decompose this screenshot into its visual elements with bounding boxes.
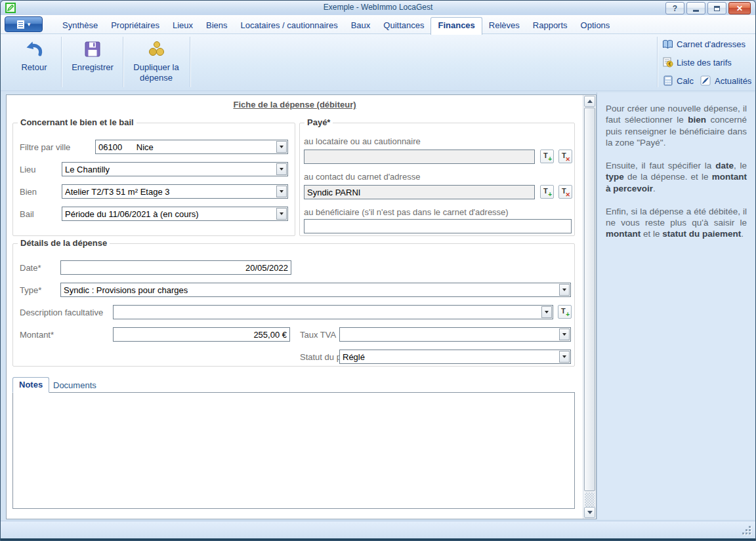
contact-field[interactable]: [304, 185, 535, 199]
dropdown-button[interactable]: [276, 141, 287, 153]
group-paye-legend: Payé*: [304, 117, 333, 127]
floppy-disk-icon: [84, 38, 101, 60]
address-book-icon: [662, 39, 673, 49]
scroll-thumb[interactable]: [584, 108, 595, 491]
dropdown-button[interactable]: [276, 208, 287, 220]
description-add-button[interactable]: T +: [558, 305, 572, 319]
retour-button[interactable]: Retour: [9, 38, 60, 73]
carnet-adresses-link[interactable]: Carnet d'adresses: [662, 39, 746, 49]
scroll-track[interactable]: [585, 492, 595, 507]
bail-value: Période du 11/06/2021 à (en cours): [65, 209, 199, 219]
actualites-link[interactable]: Actualités: [700, 75, 751, 86]
montant-field[interactable]: [113, 327, 290, 342]
type-select[interactable]: Syndic : Provisions pour charges: [60, 283, 571, 297]
chevron-down-icon: [280, 168, 284, 170]
scroll-down-button[interactable]: [584, 507, 595, 518]
actualites-label: Actualités: [715, 76, 751, 86]
filtre-ville-select[interactable]: 06100 Nice: [95, 140, 288, 154]
clear-icon: ✕: [565, 192, 570, 198]
filtre-ville-label: Filtre par ville: [20, 142, 70, 152]
toolbar-separator: [123, 37, 123, 87]
description-select[interactable]: [113, 305, 553, 319]
dupliquer-depense-button[interactable]: Dupliquer la dépense: [127, 38, 186, 84]
statut-paiement-select[interactable]: Réglé: [339, 350, 571, 364]
group-details: Détails de la dépense Date* Type* Syndic…: [12, 243, 575, 367]
tab-locataires-cautionnaires[interactable]: Locataires / cautionnaires: [234, 18, 345, 33]
close-button[interactable]: ✕: [728, 2, 751, 14]
window-bottom-edge: [1, 538, 755, 540]
liste-tarifs-link[interactable]: € Liste des tarifs: [662, 57, 732, 68]
undo-arrow-icon: [24, 38, 45, 60]
tab-options[interactable]: Options: [574, 18, 617, 33]
tab-proprietaires[interactable]: Propriétaires: [104, 18, 166, 33]
ribbon-toolbar: Retour Enregistrer: [1, 33, 755, 91]
tab-documents[interactable]: Documents: [47, 378, 102, 393]
chevron-down-icon: [545, 311, 549, 313]
contact-assign-button[interactable]: T +: [540, 185, 554, 199]
maximize-button[interactable]: [707, 2, 726, 14]
chevron-down-icon: ▾: [28, 22, 31, 28]
page-title: Fiche de la dépense (débiteur): [7, 100, 583, 110]
help-button[interactable]: ?: [665, 2, 684, 14]
price-list-icon: €: [662, 57, 673, 68]
dropdown-button[interactable]: [276, 163, 287, 175]
locataire-assign-button[interactable]: T +: [540, 150, 554, 163]
tab-lieux[interactable]: Lieux: [166, 18, 200, 33]
application-window: Exemple - WebImmo LocaGest ? ✕ ▾ Synthès…: [0, 0, 756, 541]
montant-label: Montant*: [20, 330, 54, 340]
chevron-down-icon: [280, 190, 284, 193]
calc-label: Calc: [677, 76, 694, 86]
triangle-up-icon: [587, 100, 593, 103]
locataire-clear-button[interactable]: T ✕: [558, 150, 572, 163]
dropdown-button[interactable]: [276, 186, 287, 197]
bail-select[interactable]: Période du 11/06/2021 à (en cours): [62, 207, 288, 221]
plus-icon: +: [548, 156, 552, 163]
minimize-button[interactable]: [686, 2, 705, 14]
help-paragraph-2: Ensuite, il faut spécifier la date, le t…: [606, 160, 747, 194]
lieu-value: Le Chantilly: [65, 165, 110, 174]
tab-baux[interactable]: Baux: [345, 18, 377, 33]
enregistrer-button[interactable]: Enregistrer: [65, 38, 120, 73]
notes-textarea[interactable]: [12, 392, 575, 509]
toolbar-separator: [657, 37, 658, 87]
dupliquer-depense-label: Dupliquer la dépense: [127, 62, 186, 84]
group-details-legend: Détails de la dépense: [18, 238, 110, 248]
tab-biens[interactable]: Biens: [200, 18, 234, 33]
plus-icon: +: [548, 191, 552, 198]
date-field[interactable]: [60, 260, 291, 275]
vertical-scrollbar[interactable]: [583, 95, 596, 519]
type-value: Syndic : Provisions pour charges: [64, 285, 188, 295]
tab-synthese[interactable]: Synthèse: [56, 18, 104, 33]
coins-icon: [146, 38, 166, 60]
app-menu-button[interactable]: ▾: [5, 16, 43, 32]
triangle-down-icon: [587, 511, 593, 514]
contact-clear-button[interactable]: T ✕: [558, 185, 572, 199]
tab-rapports[interactable]: Rapports: [526, 18, 574, 33]
bail-label: Bail: [20, 209, 34, 219]
date-label: Date*: [20, 263, 41, 273]
tab-quittances[interactable]: Quittances: [377, 18, 430, 33]
locataire-field[interactable]: [304, 150, 535, 164]
scroll-up-button[interactable]: [584, 96, 595, 107]
dropdown-button[interactable]: [541, 306, 552, 318]
resize-grip-icon[interactable]: [741, 525, 751, 534]
chevron-down-icon: [562, 355, 566, 358]
liste-tarifs-label: Liste des tarifs: [677, 58, 732, 68]
dropdown-button[interactable]: [559, 284, 570, 296]
status-bar: [1, 521, 755, 538]
bien-label: Bien: [20, 187, 37, 197]
enregistrer-label: Enregistrer: [72, 62, 114, 73]
tab-releves[interactable]: Relèves: [482, 18, 526, 33]
tab-notes[interactable]: Notes: [12, 377, 49, 393]
taux-tva-select[interactable]: [339, 327, 571, 342]
beneficiaire-field[interactable]: [304, 219, 572, 233]
dropdown-button[interactable]: [559, 329, 570, 340]
tab-finances[interactable]: Finances: [430, 17, 482, 35]
lieu-select[interactable]: Le Chantilly: [62, 162, 288, 176]
dropdown-button[interactable]: [559, 351, 570, 363]
calc-link[interactable]: Calc: [662, 75, 694, 86]
calculator-icon: [662, 75, 673, 86]
bien-select[interactable]: Atelier T2/T3 51 m² Etage 3: [62, 184, 288, 199]
titlebar: Exemple - WebImmo LocaGest ? ✕: [1, 1, 755, 15]
quill-icon: [700, 75, 711, 86]
